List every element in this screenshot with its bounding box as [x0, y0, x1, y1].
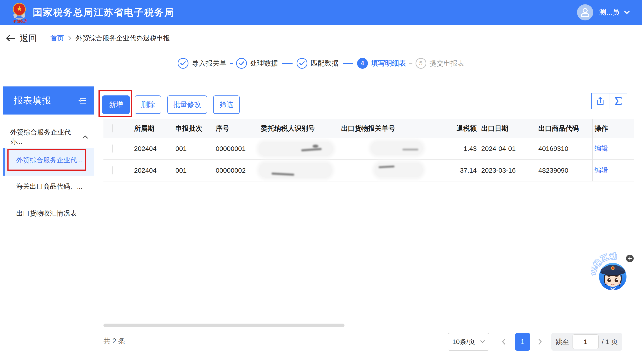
fixed-column-divider: [592, 119, 593, 182]
svg-text:中国税务: 中国税务: [13, 19, 28, 24]
divider: [0, 78, 642, 78]
col-action: 操作: [592, 124, 634, 133]
avatar[interactable]: [577, 4, 593, 20]
user-name[interactable]: 测...员: [599, 8, 619, 17]
step-wizard: 导入报关单 处理数据 匹配数据 4 填写明细表 5 提交申报表: [178, 58, 465, 69]
app-header: 中国税务 国家税务总局江苏省电子税务局 测...员: [0, 0, 642, 25]
edit-link[interactable]: 编辑: [594, 144, 608, 152]
step-number: 4: [357, 58, 368, 69]
select-all-checkbox[interactable]: [112, 124, 113, 132]
col-export-date: 出口日期: [477, 124, 515, 133]
table-tools: [591, 93, 627, 109]
redacted-taxpayer-id: [259, 142, 333, 156]
data-table: 所属期 申报批次 序号 委托纳税人识别号 出口货物报关单号 退税额 出口日期 出…: [103, 119, 634, 182]
prev-page-button[interactable]: [499, 333, 508, 351]
sidebar-item-customs-code[interactable]: 海关出口商品代码、...: [3, 180, 94, 193]
redacted-customs-no: [371, 142, 423, 155]
row-checkbox[interactable]: [112, 144, 113, 153]
step-done-icon: [178, 58, 188, 69]
filter-button[interactable]: 筛选: [213, 96, 240, 114]
sidebar-header: 报表填报: [3, 86, 94, 114]
col-seq: 序号: [216, 124, 261, 133]
table-header-row: 所属期 申报批次 序号 委托纳税人识别号 出口货物报关单号 退税额 出口日期 出…: [103, 119, 634, 138]
back-arrow-icon: [6, 34, 15, 42]
back-button[interactable]: 返回: [6, 32, 37, 44]
selected-indicator-bar: [3, 148, 5, 176]
plus-icon: [628, 256, 632, 261]
col-period: 所属期: [134, 124, 175, 133]
export-icon: [596, 96, 605, 106]
page-size-select[interactable]: 10条/页: [448, 333, 489, 351]
table-row: 202404 001 00000001 1.43 2024-04-01 4016…: [103, 138, 634, 160]
step-done-icon: [236, 58, 247, 69]
back-label[interactable]: 返回: [20, 32, 37, 44]
table-row: 202404 001 00000002 37.14 2023-03-16 482…: [103, 160, 634, 182]
step-4-fill-detail: 4 填写明细表: [357, 58, 406, 69]
sigma-icon: [614, 96, 622, 106]
row-checkbox[interactable]: [112, 166, 113, 174]
chevron-down-icon: [480, 340, 485, 344]
expand-button[interactable]: [626, 255, 634, 262]
step-number: 5: [415, 58, 426, 69]
step-2-process: 处理数据: [236, 58, 278, 69]
step-5-submit: 5 提交申报表: [415, 58, 465, 69]
chevron-up-icon: [82, 135, 88, 139]
step-done-icon: [297, 58, 307, 69]
chevron-down-icon[interactable]: [623, 10, 630, 14]
col-batch: 申报批次: [175, 124, 216, 133]
chevron-right-icon: [538, 338, 542, 345]
edit-link[interactable]: 编辑: [594, 166, 608, 174]
redacted-taxpayer-id: [259, 163, 332, 178]
total-count: 共 2 条: [103, 336, 125, 346]
jump-page-input[interactable]: [572, 334, 599, 349]
redacted-customs-no: [375, 163, 423, 177]
horizontal-scrollbar[interactable]: [103, 324, 344, 327]
brand: 中国税务 国家税务总局江苏省电子税务局: [0, 1, 174, 24]
delete-button[interactable]: 删除: [135, 96, 161, 114]
step-3-match: 匹配数据: [297, 58, 339, 69]
jump-label: 跳至: [556, 337, 569, 346]
collapse-sidebar-icon[interactable]: [78, 97, 86, 104]
page-jumper: 跳至 / 1 页: [551, 333, 622, 351]
col-customs-no: 出口货物报关单号: [341, 124, 455, 133]
chevron-left-icon: [501, 338, 506, 345]
sidebar-item-export-forex[interactable]: 出口货物收汇情况表: [3, 206, 94, 220]
col-taxpayer-id: 委托纳税人识别号: [261, 124, 341, 133]
page-total: / 1 页: [602, 337, 618, 346]
sidebar-item-foreign-trade-detail[interactable]: 外贸综合服务企业代...: [3, 148, 94, 176]
app-title: 国家税务总局江苏省电子税务局: [33, 6, 174, 19]
breadcrumb-home[interactable]: 首页: [50, 34, 64, 43]
step-connector: [409, 63, 412, 64]
col-refund: 退税额: [455, 124, 477, 133]
sum-button[interactable]: [609, 93, 627, 109]
sidebar-title: 报表填报: [14, 94, 52, 107]
user-icon: [580, 7, 590, 18]
step-connector: [343, 63, 353, 64]
page: 中国税务 国家税务总局江苏省电子税务局 测...员 返回: [0, 0, 642, 364]
tax-emblem-logo: 中国税务: [11, 2, 28, 24]
batch-edit-button[interactable]: 批量修改: [167, 96, 207, 114]
next-page-button[interactable]: [536, 333, 545, 351]
chevron-right-icon: [68, 36, 72, 41]
user-menu[interactable]: 测...员: [577, 4, 642, 20]
step-1-import: 导入报关单: [178, 58, 227, 69]
breadcrumb: 返回 首页 外贸综合服务企业代办退税申报: [0, 31, 642, 45]
breadcrumb-current: 外贸综合服务企业代办退税申报: [76, 34, 170, 43]
current-page-button[interactable]: 1: [515, 333, 530, 351]
step-connector: [230, 63, 233, 64]
add-button[interactable]: 新增: [102, 96, 130, 114]
col-commodity-code: 出口商品代码: [515, 124, 592, 133]
table-right-border: [634, 119, 634, 182]
sidebar-group-foreign-trade[interactable]: 外贸综合服务企业代办...: [3, 131, 94, 142]
step-connector: [282, 63, 293, 64]
export-button[interactable]: [591, 93, 609, 109]
